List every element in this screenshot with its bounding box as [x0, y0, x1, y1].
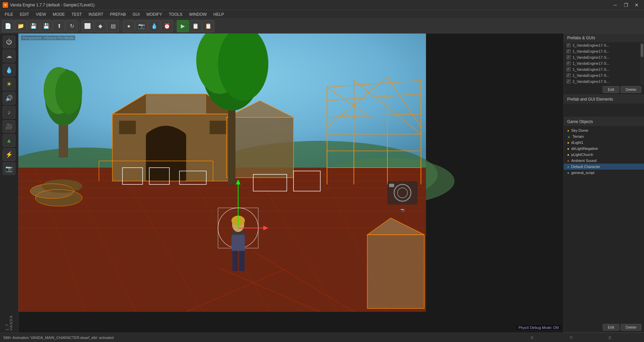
- game-object-item[interactable]: ▲Terrain: [564, 133, 644, 139]
- svg-rect-71: [239, 251, 245, 271]
- viewport[interactable]: Perspective: VScene Pro Mode: [18, 34, 564, 333]
- game-object-item[interactable]: ●pLightChurch: [564, 152, 644, 158]
- toolbar-camera-button[interactable]: 📷: [136, 20, 148, 32]
- svg-rect-29: [210, 121, 226, 134]
- menu-item-edit[interactable]: EDIT: [16, 11, 32, 18]
- menu-item-view[interactable]: VIEW: [33, 11, 50, 18]
- maximize-button[interactable]: ❐: [621, 1, 631, 9]
- svg-rect-28: [119, 121, 136, 134]
- sidebar-sun-button[interactable]: ☀: [3, 78, 15, 91]
- sidebar-videocam-button[interactable]: 🎥: [3, 120, 15, 133]
- prefab-checkbox[interactable]: [567, 61, 571, 65]
- toolbar-paste-button[interactable]: 📋: [202, 20, 214, 32]
- toolbar-group-button[interactable]: ▤: [107, 20, 119, 32]
- game-object-icon: ▲: [567, 135, 571, 138]
- toolbar-water-button[interactable]: 💧: [148, 20, 160, 32]
- z-label: Z:: [608, 336, 612, 340]
- z-coord-group: Z:: [608, 336, 641, 340]
- toolbar-save-as-button[interactable]: 💾: [40, 20, 52, 32]
- x-label: X:: [531, 336, 534, 340]
- prefab-item[interactable]: 2_VandaEngine17-S...: [564, 78, 640, 84]
- prefab-item[interactable]: 1_VandaEngine17-S...: [564, 66, 640, 72]
- sidebar-water-button[interactable]: 💧: [3, 64, 15, 76]
- viewport-perspective-label: Perspective: VScene Pro Mode: [21, 36, 75, 40]
- menu-item-test[interactable]: TEST: [68, 11, 85, 18]
- sidebar-camera-button[interactable]: 📷: [3, 162, 15, 175]
- game-object-item[interactable]: ●dirLightNegative: [564, 146, 644, 152]
- prefab-checkbox[interactable]: [567, 49, 571, 53]
- close-button[interactable]: ✕: [632, 1, 641, 9]
- left-sidebar: ⏻ ☁ 💧 ☀ 🔊 ♪ 🎥 ▲ ⚡ 📷 1.7 VANDA: [0, 34, 18, 333]
- main-layout: ⏻ ☁ 💧 ☀ 🔊 ♪ 🎥 ▲ ⚡ 📷 1.7 VANDA Perspectiv…: [0, 34, 644, 333]
- game-object-label: Default Character: [571, 165, 600, 169]
- game-object-label: Terrain: [573, 134, 584, 138]
- toolbar-separator: [79, 21, 80, 31]
- menu-item-help[interactable]: HELP: [210, 11, 227, 18]
- toolbar-open-button[interactable]: 📁: [15, 20, 27, 32]
- prefabs-scrollbar[interactable]: [640, 42, 644, 84]
- menu-item-modify[interactable]: MODIFY: [143, 11, 166, 18]
- svg-rect-27: [146, 134, 186, 181]
- menu-item-gui[interactable]: GUI: [129, 11, 143, 18]
- prefab-item[interactable]: 1_VandaEngine17-S...: [564, 60, 640, 66]
- prefabs-scrollbar-thumb[interactable]: [641, 44, 643, 57]
- game-object-icon: ●: [567, 147, 569, 151]
- sidebar-power-button[interactable]: ⏻: [3, 36, 15, 48]
- toolbar-sphere-button[interactable]: ●: [123, 20, 135, 32]
- sidebar-cloud-button[interactable]: ☁: [3, 50, 15, 62]
- menu-item-mode[interactable]: MODE: [49, 11, 68, 18]
- prefab-item[interactable]: 1_VandaEngine17-S...: [564, 72, 640, 78]
- game-object-item[interactable]: ●general_script: [564, 170, 644, 176]
- toolbar-play-button[interactable]: ▶: [177, 20, 189, 32]
- prefab-label: 1_VandaEngine17-S...: [573, 67, 609, 71]
- menu-item-file[interactable]: FILE: [1, 11, 16, 18]
- svg-rect-68: [231, 235, 245, 251]
- sidebar-triangle-button[interactable]: ▲: [3, 134, 15, 147]
- prefab-item[interactable]: 2_VandaEngine17-S...: [564, 42, 640, 48]
- prefab-checkbox[interactable]: [567, 55, 571, 59]
- game-objects-edit-button[interactable]: Edit: [603, 324, 619, 331]
- game-object-item[interactable]: ●dLight1: [564, 139, 644, 146]
- prefab-checkbox[interactable]: [567, 43, 571, 47]
- menu-item-prefab[interactable]: PREFAB: [107, 11, 129, 18]
- prefabs-section: Prefabs & GUIs 2_VandaEngine17-S...1_Van…: [564, 34, 644, 95]
- prefabs-delete-button[interactable]: Delete: [621, 86, 641, 93]
- toolbar-redo-button[interactable]: ↻: [66, 20, 78, 32]
- menu-item-tools[interactable]: TOOLS: [165, 11, 185, 18]
- prefab-label: 1_VandaEngine17-S...: [573, 49, 609, 53]
- prefabs-list[interactable]: 2_VandaEngine17-S...1_VandaEngine17-S...…: [564, 42, 640, 84]
- game-object-icon: ●: [567, 159, 569, 163]
- game-objects-delete-button[interactable]: Delete: [621, 324, 641, 331]
- game-object-item[interactable]: ●Sky Dome: [564, 127, 644, 133]
- prefab-checkbox[interactable]: [567, 73, 571, 77]
- toolbar-new-button[interactable]: 📄: [2, 20, 14, 32]
- game-object-icon: ●: [567, 153, 569, 157]
- viewport-scene[interactable]: 📷: [18, 34, 564, 333]
- toolbar-copy-button[interactable]: 📋: [190, 20, 202, 32]
- prefab-item[interactable]: 1_VandaEngine17-S...: [564, 54, 640, 60]
- prefab-elements-section: Prefab and GUI Elements: [564, 95, 644, 117]
- right-panel: Prefabs & GUIs 2_VandaEngine17-S...1_Van…: [564, 34, 644, 333]
- sidebar-speaker-button[interactable]: 🔊: [3, 92, 15, 105]
- svg-point-52: [42, 179, 82, 193]
- game-object-item[interactable]: ●Ambient Sound: [564, 158, 644, 164]
- toolbar-save-button[interactable]: 💾: [28, 20, 40, 32]
- game-objects-list[interactable]: ●Sky Dome▲Terrain●dLight1●dirLightNegati…: [564, 126, 644, 322]
- status-bar: 588> Animation 'VANDA_MAIN_CHARACTER:dwa…: [0, 333, 644, 342]
- toolbar-import-button[interactable]: ⬆: [53, 20, 65, 32]
- prefab-checkbox[interactable]: [567, 67, 571, 71]
- game-object-item[interactable]: ●Default Character: [564, 164, 644, 170]
- app-icon: V: [3, 2, 8, 8]
- minimize-button[interactable]: ─: [610, 1, 620, 9]
- menu-item-insert[interactable]: INSERT: [85, 11, 107, 18]
- menu-item-window[interactable]: WINDOW: [186, 11, 210, 18]
- toolbar-select-button[interactable]: ⬜: [82, 20, 94, 32]
- toolbar-cube-button[interactable]: ◆: [94, 20, 106, 32]
- sidebar-music-button[interactable]: ♪: [3, 106, 15, 119]
- toolbar-clock-button[interactable]: ⏰: [161, 20, 173, 32]
- prefab-checkbox[interactable]: [567, 79, 571, 83]
- prefab-item[interactable]: 1_VandaEngine17-S...: [564, 48, 640, 54]
- prefabs-edit-button[interactable]: Edit: [603, 86, 619, 93]
- sidebar-lightning-button[interactable]: ⚡: [3, 148, 15, 161]
- prefab-label: 1_VandaEngine17-S...: [573, 73, 609, 77]
